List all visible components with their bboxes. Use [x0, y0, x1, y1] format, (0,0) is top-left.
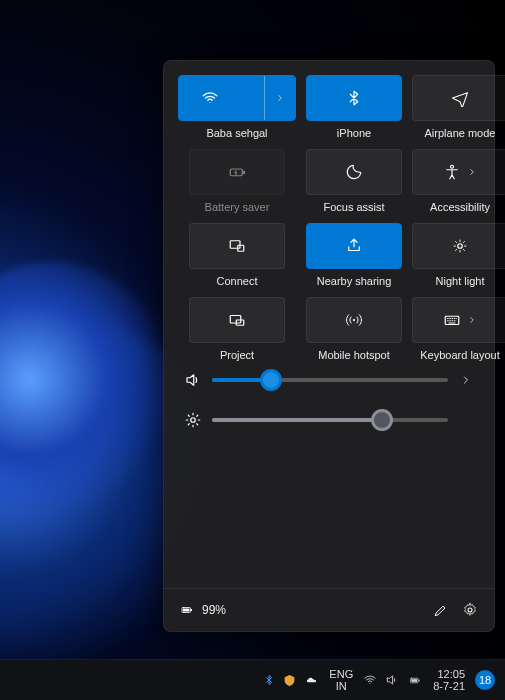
svg-rect-17 [412, 679, 418, 682]
wifi-expand[interactable] [264, 76, 295, 120]
volume-slider-row [184, 371, 474, 389]
taskbar: ENG IN 12:05 8-7-21 18 [0, 659, 505, 700]
volume-icon [184, 371, 200, 389]
focus-assist-label: Focus assist [323, 201, 384, 213]
volume-tray-icon [385, 673, 399, 687]
bluetooth-label: iPhone [337, 127, 371, 139]
settings-button[interactable] [460, 600, 480, 620]
nearby-sharing-toggle[interactable] [306, 223, 402, 269]
keyboard-layout-toggle[interactable] [412, 297, 505, 343]
battery-status[interactable]: 99% [178, 603, 226, 617]
project-toggle[interactable] [189, 297, 285, 343]
edit-button[interactable] [430, 600, 450, 620]
quick-settings-footer: 99% [164, 588, 494, 631]
tile-project: Project [178, 297, 296, 361]
wifi-toggle[interactable] [178, 75, 296, 121]
chevron-right-icon [467, 167, 477, 177]
onedrive-tray-icon[interactable] [304, 675, 319, 686]
tile-battery-saver: Battery saver [178, 149, 296, 213]
svg-point-10 [191, 418, 196, 423]
project-icon [228, 311, 246, 329]
tile-mobile-hotspot: Mobile hotspot [306, 297, 402, 361]
night-light-toggle[interactable] [412, 223, 505, 269]
volume-expand-chevron-icon[interactable] [460, 374, 474, 386]
nearby-sharing-icon [345, 237, 363, 255]
notification-badge[interactable]: 18 [475, 670, 495, 690]
connect-toggle[interactable] [189, 223, 285, 269]
tile-night-light: Night light [412, 223, 505, 287]
battery-tray-icon [407, 675, 423, 686]
accessibility-label: Accessibility [430, 201, 490, 213]
battery-saver-label: Battery saver [205, 201, 270, 213]
tile-bluetooth: iPhone [306, 75, 402, 139]
svg-point-5 [458, 244, 463, 249]
mobile-hotspot-toggle[interactable] [306, 297, 402, 343]
bluetooth-tray-icon[interactable] [263, 674, 275, 686]
svg-rect-13 [183, 609, 190, 612]
tile-airplane: Airplane mode [412, 75, 505, 139]
nearby-sharing-label: Nearby sharing [317, 275, 392, 287]
airplane-toggle[interactable] [412, 75, 505, 121]
accessibility-toggle[interactable] [412, 149, 505, 195]
security-tray-icon[interactable] [283, 674, 296, 687]
language-indicator[interactable]: ENG IN [329, 668, 353, 692]
connect-icon [228, 237, 246, 255]
brightness-icon [184, 411, 200, 429]
mobile-hotspot-label: Mobile hotspot [318, 349, 390, 361]
svg-rect-3 [230, 241, 240, 249]
focus-assist-toggle[interactable] [306, 149, 402, 195]
tray-overflow[interactable] [263, 674, 319, 687]
tile-focus-assist: Focus assist [306, 149, 402, 213]
tile-nearby-sharing: Nearby sharing [306, 223, 402, 287]
battery-saver-toggle [189, 149, 285, 195]
quick-settings-grid: Baba sehgaliPhoneAirplane modeBattery sa… [164, 61, 494, 361]
wifi-tray-icon [363, 673, 377, 687]
brightness-slider-row [184, 411, 474, 429]
tile-accessibility: Accessibility [412, 149, 505, 213]
tile-keyboard-layout: Keyboard layout [412, 297, 505, 361]
focus-assist-icon [345, 163, 363, 181]
tile-wifi: Baba sehgal [178, 75, 296, 139]
brightness-slider[interactable] [212, 418, 448, 422]
battery-saver-icon [228, 163, 246, 181]
keyboard-layout-icon [443, 311, 461, 329]
svg-rect-1 [243, 171, 245, 173]
keyboard-layout-label: Keyboard layout [420, 349, 500, 361]
chevron-right-icon [467, 315, 477, 325]
night-light-icon [451, 237, 469, 255]
volume-slider[interactable] [212, 378, 448, 382]
bluetooth-icon [345, 89, 363, 107]
system-tray[interactable] [363, 673, 423, 687]
wifi-label: Baba sehgal [206, 127, 267, 139]
clock[interactable]: 12:05 8-7-21 [433, 668, 465, 692]
night-light-label: Night light [436, 275, 485, 287]
airplane-icon [451, 89, 469, 107]
svg-point-2 [451, 165, 454, 168]
svg-rect-12 [191, 609, 192, 611]
wifi-icon [201, 89, 219, 107]
accessibility-icon [443, 163, 461, 181]
project-label: Project [220, 349, 254, 361]
connect-label: Connect [217, 275, 258, 287]
airplane-label: Airplane mode [425, 127, 496, 139]
svg-rect-6 [230, 316, 241, 324]
svg-rect-16 [419, 679, 420, 681]
bluetooth-toggle[interactable] [306, 75, 402, 121]
chevron-right-icon [275, 93, 285, 103]
tile-connect: Connect [178, 223, 296, 287]
svg-point-14 [468, 608, 472, 612]
sliders-section [164, 361, 494, 435]
quick-settings-panel: Baba sehgaliPhoneAirplane modeBattery sa… [163, 60, 495, 632]
battery-percent-label: 99% [202, 603, 226, 617]
svg-point-8 [353, 319, 355, 321]
mobile-hotspot-icon [345, 311, 363, 329]
